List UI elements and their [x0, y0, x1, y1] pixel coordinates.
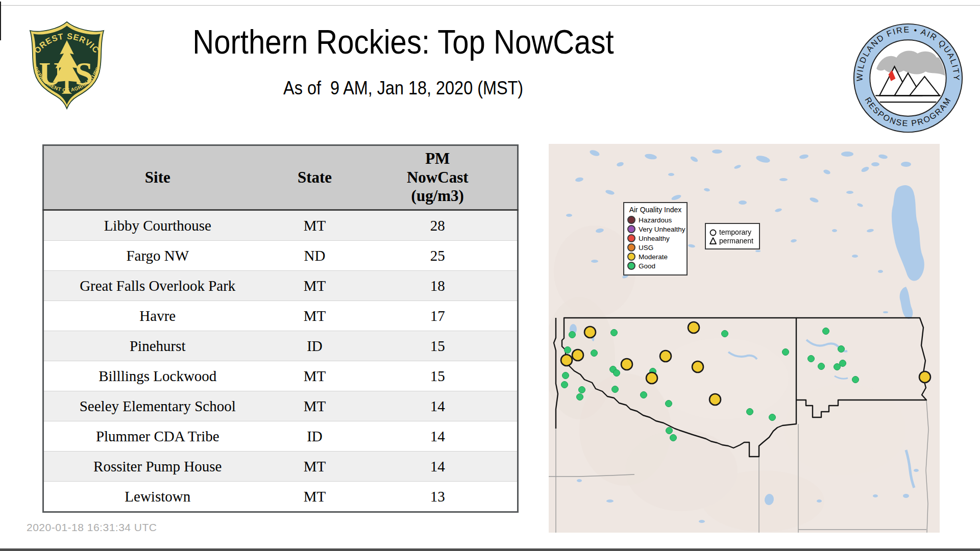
moderate-site-marker [660, 350, 671, 362]
cell-site: Fargo NW [43, 241, 272, 271]
good-site-marker [782, 349, 789, 356]
cell-value: 14 [358, 452, 518, 482]
cell-state: ND [272, 241, 358, 271]
good-site-marker [840, 360, 846, 367]
cell-state: MT [272, 301, 358, 331]
temporary-label: temporary [719, 228, 751, 236]
cell-site: Lewistown [43, 482, 272, 512]
good-site-marker [838, 346, 845, 353]
aqi-legend-item: Unhealthy [627, 234, 683, 242]
aqi-legend-item: USG [627, 243, 683, 252]
fs-logo-letter-s: S [75, 56, 93, 92]
hazardous-dot-icon [627, 216, 635, 224]
good-site-marker [670, 435, 677, 441]
moderate-site-marker [919, 371, 930, 383]
map-canvas: > [549, 144, 940, 533]
good-site-marker [808, 356, 815, 362]
good-site-marker [565, 347, 571, 354]
cell-value: 14 [358, 391, 518, 421]
monitor-type-legend: temporary permanent [705, 223, 760, 249]
moderate-site-marker [621, 359, 632, 370]
good-site-marker [577, 394, 583, 400]
moderate-site-marker [709, 394, 721, 405]
aqi-legend: Air Quality Index HazardousVery Unhealth… [623, 202, 688, 276]
cell-value: 17 [358, 301, 518, 331]
cell-value: 18 [358, 271, 518, 301]
good-site-marker [579, 387, 585, 393]
cell-value: 25 [358, 241, 518, 271]
good-site-marker [666, 428, 673, 434]
moderate-site-marker [688, 322, 699, 333]
page-title: Northern Rockies: Top NowCast [97, 22, 709, 61]
table-header-row: Site State PM NowCast (ug/m3) [43, 145, 518, 210]
cell-value: 15 [358, 331, 518, 361]
cell-site: Libby Courthouse [43, 210, 272, 241]
unhealthy-dot-icon [627, 234, 635, 242]
good-site-marker [666, 400, 672, 407]
good-site-marker [852, 377, 859, 383]
cell-state: MT [272, 210, 358, 241]
table-body: Libby CourthouseMT28Fargo NWND25Great Fa… [43, 210, 518, 512]
moderate-site-marker [646, 372, 657, 384]
moderate-site-marker [692, 361, 703, 372]
cell-site: Plummer CDA Tribe [43, 421, 272, 452]
table-row: HavreMT17 [43, 301, 518, 331]
aqi-legend-title: Air Quality Index [627, 206, 683, 214]
permanent-label: permanent [719, 237, 753, 245]
cell-site: Pinehurst [43, 331, 272, 361]
good-site-marker [641, 392, 647, 398]
aqi-legend-item: Good [627, 262, 683, 270]
wfaqrp-logo: WILDLAND FIRE • AIR QUALITY RESPONSE PRO… [850, 20, 966, 136]
aqi-legend-label: Hazardous [639, 216, 672, 224]
aqi-map: > [549, 144, 940, 533]
top-edge-line [0, 5, 980, 6]
good-site-marker [818, 363, 825, 370]
moderate-site-marker [572, 349, 583, 361]
aqi-legend-items: HazardousVery UnhealthyUnhealthyUSGModer… [627, 216, 683, 270]
table-row: Seeley Elementary SchoolMT14 [43, 391, 518, 421]
table-row: PinehurstID15 [43, 331, 518, 361]
good-site-marker [614, 370, 620, 377]
cell-state: MT [272, 482, 358, 512]
table-row: Rossiter Pump HouseMT14 [43, 452, 518, 482]
cell-state: MT [272, 361, 358, 391]
cell-site: Seeley Elementary School [43, 391, 272, 421]
good-site-marker [561, 382, 568, 388]
left-edge-artifact [0, 2, 1, 40]
table-row: Plummer CDA TribeID14 [43, 421, 518, 452]
nowcast-table: Site State PM NowCast (ug/m3) Libby Cour… [42, 144, 519, 513]
report-page: FOREST SERVICE DEPARTMENT OF AGRICULTURE… [0, 0, 980, 551]
good-site-marker [612, 386, 619, 393]
page-subtitle: As of 9 AM, Jan 18, 2020 (MST) [97, 78, 709, 99]
cell-site: Billlings Lockwood [43, 361, 272, 391]
good-site-marker [722, 331, 728, 337]
column-header-pm: PM NowCast (ug/m3) [358, 145, 518, 210]
usg-dot-icon [627, 243, 635, 252]
column-header-site: Site [43, 145, 272, 210]
aqi-legend-label: Very Unhealthy [639, 226, 685, 233]
moderate-site-marker [584, 327, 596, 338]
good-site-marker [823, 328, 829, 335]
cell-value: 14 [358, 421, 518, 452]
cell-value: 13 [358, 482, 518, 512]
aqi-legend-label: USG [639, 244, 653, 252]
good-dot-icon [627, 262, 635, 270]
cell-site: Great Falls Overlook Park [43, 271, 272, 301]
cell-value: 15 [358, 361, 518, 391]
cell-site: Rossiter Pump House [43, 452, 272, 482]
good-site-marker [747, 409, 753, 415]
aqi-legend-item: Hazardous [627, 216, 683, 224]
cell-site: Havre [43, 301, 272, 331]
cell-state: MT [272, 391, 358, 421]
table-row: Billlings LockwoodMT15 [43, 361, 518, 391]
good-site-marker [569, 332, 576, 338]
aqi-legend-item: Very Unhealthy [627, 225, 683, 233]
very_unhealthy-dot-icon [627, 225, 635, 233]
legend-row-permanent: permanent [709, 236, 756, 245]
good-site-marker [769, 414, 776, 421]
moderate-dot-icon [627, 253, 635, 261]
cell-state: MT [272, 271, 358, 301]
table-row: LewistownMT13 [43, 482, 518, 512]
cell-value: 28 [358, 210, 518, 241]
good-site-marker [591, 350, 598, 357]
